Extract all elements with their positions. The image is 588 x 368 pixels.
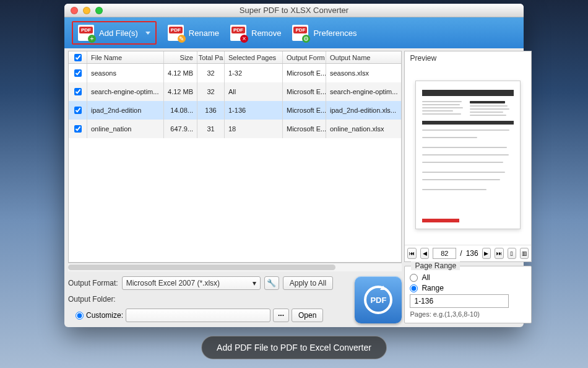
prefs-label: Preferences bbox=[313, 28, 357, 38]
output-folder-label: Output Folder: bbox=[68, 295, 116, 304]
header-size[interactable]: Size bbox=[164, 51, 197, 63]
rename-button[interactable]: ✎ Rename bbox=[168, 25, 219, 41]
page-number-input[interactable] bbox=[433, 248, 456, 259]
customize-label: Customize: bbox=[86, 311, 123, 320]
single-page-icon[interactable]: ▯ bbox=[508, 248, 516, 259]
add-files-label: Add File(s) bbox=[99, 28, 138, 38]
cell-total: 31 bbox=[197, 120, 225, 138]
row-check[interactable] bbox=[74, 125, 82, 133]
page-total: 136 bbox=[466, 249, 478, 258]
cell-filename: seasons bbox=[87, 64, 164, 82]
header-selected[interactable]: Selected Pages bbox=[225, 51, 283, 63]
preview-nav: ⏮ ◀ / 136 ▶ ⏭ ▯ ▥ bbox=[405, 245, 531, 261]
cell-output: seasons.xlsx bbox=[326, 64, 401, 82]
convert-icon: PDF bbox=[364, 286, 392, 314]
titlebar: Super PDF to XLSX Converter bbox=[64, 4, 524, 17]
output-format-label: Output Format: bbox=[68, 279, 118, 287]
pdf-prefs-icon: ⚙ bbox=[292, 25, 308, 41]
cell-format: Microsoft E... bbox=[283, 120, 326, 138]
cell-selected: 1-32 bbox=[225, 64, 283, 82]
h-scrollbar[interactable] bbox=[68, 263, 402, 271]
cell-filename: search-engine-optim... bbox=[87, 82, 164, 101]
cell-total: 32 bbox=[197, 64, 225, 82]
cell-output: online_nation.xlsx bbox=[326, 120, 401, 138]
range-hint: Pages: e.g.(1,3,6,8-10) bbox=[410, 310, 526, 318]
header-filename[interactable]: File Name bbox=[87, 51, 164, 63]
table-row[interactable]: ipad_2nd-edition14.08...1361-136Microsof… bbox=[69, 101, 401, 120]
row-check[interactable] bbox=[74, 88, 82, 95]
cell-size: 4.12 MB bbox=[164, 82, 197, 101]
table-header: File Name Size Total Pa Selected Pages O… bbox=[69, 51, 401, 64]
table-body: seasons4.12 MB321-32Microsoft E...season… bbox=[69, 64, 401, 262]
header-total[interactable]: Total Pa bbox=[197, 51, 225, 63]
preferences-button[interactable]: ⚙ Preferences bbox=[292, 25, 357, 41]
row-check[interactable] bbox=[74, 107, 82, 114]
header-output[interactable]: Output Name bbox=[326, 51, 401, 63]
format-settings-button[interactable]: 🔧 bbox=[264, 276, 279, 290]
cell-total: 136 bbox=[197, 101, 225, 120]
toolbar: + Add File(s) ✎ Rename × Remove ⚙ Prefer… bbox=[64, 17, 524, 48]
app-window: Super PDF to XLSX Converter + Add File(s… bbox=[64, 4, 524, 327]
first-page-button[interactable]: ⏮ bbox=[407, 248, 416, 259]
cell-size: 14.08... bbox=[164, 101, 197, 120]
range-range-label: Range bbox=[422, 284, 443, 292]
output-format-select[interactable]: Microsoft Excel 2007 (*.xlsx) ▾ bbox=[122, 276, 261, 290]
page-sep: / bbox=[460, 249, 462, 258]
convert-button[interactable]: PDF bbox=[355, 276, 402, 323]
remove-button[interactable]: × Remove bbox=[230, 25, 281, 41]
cell-size: 647.9... bbox=[164, 120, 197, 138]
range-all-radio[interactable] bbox=[410, 274, 418, 282]
cell-format: Microsoft E... bbox=[283, 101, 326, 120]
rename-label: Rename bbox=[189, 28, 219, 38]
cell-size: 4.12 MB bbox=[164, 64, 197, 82]
range-input[interactable] bbox=[410, 294, 509, 308]
header-check[interactable] bbox=[69, 51, 87, 63]
right-pane: Preview bbox=[404, 51, 532, 323]
chevron-down-icon: ▾ bbox=[253, 279, 256, 287]
chevron-down-icon bbox=[145, 32, 150, 35]
cell-format: Microsoft E... bbox=[283, 64, 326, 82]
body: File Name Size Total Pa Selected Pages O… bbox=[64, 48, 524, 327]
preview-title: Preview bbox=[405, 51, 531, 65]
last-page-button[interactable]: ⏭ bbox=[495, 248, 503, 259]
caption-pill: Add PDF File to PDF to Excel Converter bbox=[201, 336, 387, 359]
file-table: File Name Size Total Pa Selected Pages O… bbox=[68, 51, 402, 263]
bottom-controls: Output Format: Microsoft Excel 2007 (*.x… bbox=[68, 276, 402, 323]
open-folder-button[interactable]: Open bbox=[292, 309, 323, 322]
cell-selected: 1-136 bbox=[225, 101, 283, 120]
pdf-rename-icon: ✎ bbox=[168, 25, 184, 41]
preview-panel: Preview bbox=[404, 51, 532, 262]
browse-button[interactable]: ··· bbox=[273, 309, 289, 322]
table-row[interactable]: online_nation647.9...3118Microsoft E...o… bbox=[69, 120, 401, 138]
multi-page-icon[interactable]: ▥ bbox=[520, 248, 529, 259]
header-format[interactable]: Output Form bbox=[283, 51, 326, 63]
apply-to-all-button[interactable]: Apply to All bbox=[283, 276, 333, 290]
range-range-radio[interactable] bbox=[410, 284, 418, 292]
cell-filename: online_nation bbox=[87, 120, 164, 138]
cell-total: 32 bbox=[197, 82, 225, 101]
remove-label: Remove bbox=[251, 28, 281, 38]
cell-filename: ipad_2nd-edition bbox=[87, 101, 164, 120]
cell-selected: All bbox=[225, 82, 283, 101]
customize-radio[interactable] bbox=[76, 312, 84, 320]
table-row[interactable]: search-engine-optim...4.12 MB32AllMicros… bbox=[69, 82, 401, 101]
row-check[interactable] bbox=[74, 69, 82, 77]
pdf-add-icon: + bbox=[78, 25, 94, 41]
cell-output: ipad_2nd-edition.xls... bbox=[326, 101, 401, 120]
prev-page-button[interactable]: ◀ bbox=[420, 248, 429, 259]
cell-format: Microsoft E... bbox=[283, 82, 326, 101]
preview-page bbox=[415, 81, 521, 229]
output-format-value: Microsoft Excel 2007 (*.xlsx) bbox=[126, 279, 220, 287]
window-title: Super PDF to XLSX Converter bbox=[64, 6, 524, 15]
output-path-input[interactable] bbox=[126, 309, 270, 322]
table-row[interactable]: seasons4.12 MB321-32Microsoft E...season… bbox=[69, 64, 401, 82]
preview-body bbox=[405, 65, 531, 245]
cell-selected: 18 bbox=[225, 120, 283, 138]
page-range-group: Page Range All Range Pages: e.g.(1,3,6,8… bbox=[404, 266, 532, 323]
next-page-button[interactable]: ▶ bbox=[482, 248, 491, 259]
add-files-button[interactable]: + Add File(s) bbox=[72, 21, 157, 45]
page-range-legend: Page Range bbox=[411, 261, 460, 270]
pdf-remove-icon: × bbox=[230, 25, 246, 41]
check-all[interactable] bbox=[74, 54, 82, 61]
cell-output: search-engine-optim... bbox=[326, 82, 401, 101]
